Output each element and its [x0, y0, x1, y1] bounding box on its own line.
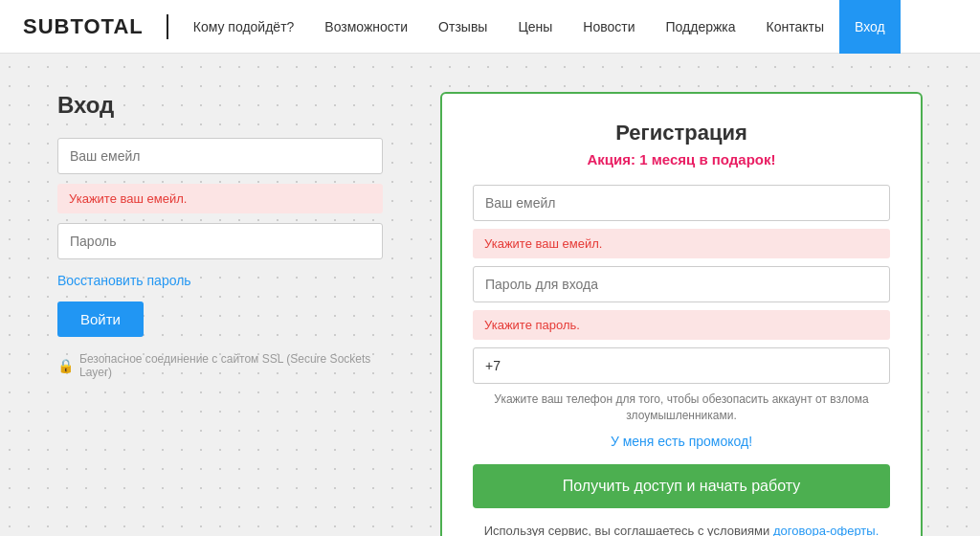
register-section: Регистрация Акция: 1 месяц в подарок! Ук… — [440, 92, 923, 536]
nav: Кому подойдёт? Возможности Отзывы Цены Н… — [178, 0, 980, 54]
nav-item-who[interactable]: Кому подойдёт? — [178, 0, 310, 54]
terms-link[interactable]: договора-оферты. — [773, 524, 879, 536]
main-content: Вход Укажите ваш емейл. Восстановить пар… — [0, 54, 980, 536]
register-button[interactable]: Получить доступ и начать работу — [473, 464, 890, 508]
register-password-error: Укажите пароль. — [473, 310, 890, 340]
login-password-input[interactable] — [57, 223, 383, 259]
header: SUBTOTAL Кому подойдёт? Возможности Отзы… — [0, 0, 980, 54]
ssl-notice: 🔒 Безопасное соединение с сайтом SSL (Se… — [57, 352, 383, 379]
login-email-group — [57, 138, 383, 174]
register-title: Регистрация — [473, 121, 890, 145]
login-section: Вход Укажите ваш емейл. Восстановить пар… — [57, 92, 383, 536]
login-email-error: Укажите ваш емейл. — [57, 184, 383, 213]
login-title: Вход — [57, 92, 383, 119]
promo-text: Акция: 1 месяц в подарок! — [473, 151, 890, 168]
register-email-input[interactable] — [473, 185, 890, 221]
nav-item-login[interactable]: Вход — [839, 0, 901, 54]
terms-text: Используя сервис, вы соглашаетесь с усло… — [473, 522, 890, 536]
logo[interactable]: SUBTOTAL — [0, 14, 168, 39]
promo-code-link[interactable]: У меня есть промокод! — [473, 434, 890, 449]
register-password-input[interactable] — [473, 266, 890, 302]
nav-item-reviews[interactable]: Отзывы — [423, 0, 502, 54]
nav-item-features[interactable]: Возможности — [309, 0, 423, 54]
nav-item-contacts[interactable]: Контакты — [751, 0, 839, 54]
nav-item-news[interactable]: Новости — [568, 0, 650, 54]
login-email-input[interactable] — [57, 138, 383, 174]
nav-item-prices[interactable]: Цены — [502, 0, 568, 54]
register-phone-input[interactable] — [473, 347, 890, 384]
lock-icon: 🔒 — [57, 358, 74, 373]
ssl-text: Безопасное соединение с сайтом SSL (Secu… — [79, 352, 383, 379]
register-email-error: Укажите ваш емейл. — [473, 229, 890, 258]
phone-hint: Укажите ваш телефон для того, чтобы обез… — [473, 391, 890, 424]
login-password-group — [57, 223, 383, 259]
forgot-password-link[interactable]: Восстановить пароль — [57, 273, 191, 288]
nav-item-support[interactable]: Поддержка — [651, 0, 751, 54]
login-button[interactable]: Войти — [57, 302, 144, 337]
